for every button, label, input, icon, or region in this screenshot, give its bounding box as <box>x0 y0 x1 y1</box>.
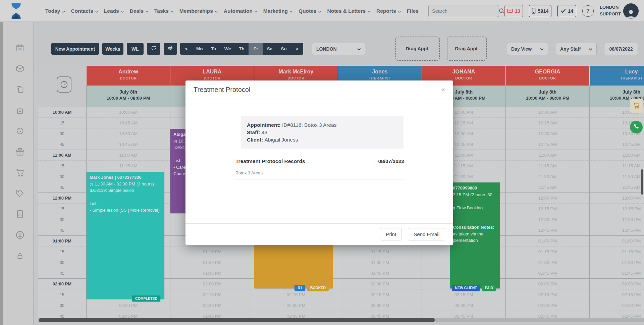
time-slot-cell[interactable]: 11:00 AM <box>505 150 589 160</box>
time-slot-cell[interactable]: 02:45 PM <box>254 311 338 318</box>
vertical-scrollbar-thumb[interactable] <box>641 169 643 195</box>
send-email-button[interactable]: Send Email <box>408 228 445 240</box>
time-slot-cell[interactable]: 11:15 AM <box>589 160 644 171</box>
time-slot-cell[interactable]: 12:45 PM <box>589 225 644 235</box>
day-tab-mo[interactable]: Mo <box>193 43 207 55</box>
time-slot-cell[interactable]: 02:15 PM <box>589 289 644 300</box>
package-icon[interactable] <box>14 63 25 74</box>
time-slot-cell[interactable]: 02:00 PM <box>589 278 644 289</box>
time-slot-cell[interactable]: 02:15 PM <box>170 289 254 300</box>
time-slot-cell[interactable]: 01:15 PM <box>589 246 644 257</box>
bag-download-icon[interactable] <box>14 104 25 116</box>
calendar-icon[interactable]: 12 <box>14 42 25 53</box>
date-picker[interactable]: 08/07/2022 <box>604 43 638 55</box>
time-slot-cell[interactable]: 02:15 PM <box>338 289 422 300</box>
weeks-button[interactable]: Weeks <box>102 43 123 55</box>
new-appointment-button[interactable]: New Appointment <box>51 43 99 55</box>
location-select[interactable]: LONDON <box>312 43 365 55</box>
day-tab-next[interactable]: > <box>291 43 303 55</box>
time-slot-cell[interactable]: 01:30 PM <box>589 257 644 268</box>
time-slot-cell[interactable]: 01:15 PM <box>170 246 254 257</box>
cart-fab[interactable] <box>630 99 643 113</box>
time-slot-cell[interactable]: 11:00 AM <box>589 150 644 160</box>
time-slot-cell[interactable]: 02:30 PM <box>422 300 505 311</box>
appointment-green[interactable]: 07789998892:15 PM (2 hours 30 g Flow Boo… <box>450 182 500 288</box>
staff-filter-select[interactable]: Any Staff <box>556 43 597 55</box>
nav-item-today[interactable]: Today <box>45 8 65 14</box>
user-avatar-icon[interactable] <box>623 3 639 19</box>
history-icon[interactable] <box>14 125 25 137</box>
time-slot-cell[interactable]: 12:00 PM <box>589 193 644 203</box>
user-circle-icon[interactable] <box>14 229 25 240</box>
nav-item-deals[interactable]: Deals <box>130 8 149 14</box>
tasks-badge[interactable]: 14 <box>557 5 576 17</box>
time-slot-cell[interactable]: 11:30 AM <box>505 171 589 182</box>
time-slot-cell[interactable]: 02:45 PM <box>338 311 422 318</box>
horizontal-scrollbar[interactable] <box>38 318 644 322</box>
nav-item-memberships[interactable]: Memberships <box>179 8 218 14</box>
staff-header-lucy[interactable]: LucyTHERAPIST <box>589 66 644 86</box>
copy-icon[interactable] <box>14 84 25 95</box>
time-slot-cell[interactable]: 01:15 PM <box>338 246 422 257</box>
time-slot-cell[interactable]: 01:45 PM <box>589 268 644 278</box>
drag-appointment-slot-2[interactable]: Drag Appt. <box>447 37 487 61</box>
time-slot-cell[interactable]: 02:45 PM <box>422 311 505 318</box>
time-slot-cell[interactable]: 02:45 PM <box>170 311 254 318</box>
day-tab-th[interactable]: Th <box>235 43 249 55</box>
hourglass-logo-icon[interactable] <box>9 3 23 19</box>
nav-item-marketing[interactable]: Marketing <box>263 8 293 14</box>
day-tab-we[interactable]: We <box>221 43 235 55</box>
time-slot-cell[interactable]: 01:30 PM <box>505 257 589 268</box>
time-slot-cell[interactable]: 12:15 PM <box>505 203 589 214</box>
tag-icon[interactable] <box>14 187 25 199</box>
time-slot-cell[interactable]: 02:15 PM <box>505 289 589 300</box>
cart-icon[interactable] <box>14 167 25 178</box>
time-slot-cell[interactable]: 10:15 AM <box>505 117 589 128</box>
print-button[interactable] <box>164 43 177 55</box>
staff-header-georgia[interactable]: GEORGIADOCTOR <box>505 66 589 86</box>
sms-badge[interactable]: 5914 <box>529 5 551 17</box>
time-slot-cell[interactable]: 12:15 PM <box>589 203 644 214</box>
time-slot-cell[interactable]: 10:00 AM <box>505 107 589 117</box>
time-slot-cell[interactable]: 02:00 PM <box>505 278 589 289</box>
nav-item-notes-letters[interactable]: Notes & Letters <box>327 8 371 14</box>
print-record-button[interactable]: Print <box>380 228 402 240</box>
lock-icon[interactable] <box>14 250 25 261</box>
time-slot-cell[interactable]: 12:00 PM <box>505 193 589 203</box>
time-slot-cell[interactable]: 10:15 AM <box>86 117 170 128</box>
nav-item-contacts[interactable]: Contacts <box>71 8 98 14</box>
day-tab-prev[interactable]: < <box>180 43 193 55</box>
nav-item-files[interactable]: Files <box>407 8 419 14</box>
time-slot-cell[interactable]: 01:00 PM <box>505 235 589 246</box>
horizontal-scrollbar-thumb[interactable] <box>39 318 435 322</box>
gift-icon[interactable] <box>14 146 25 157</box>
staff-header-andrew[interactable]: AndrewDOCTOR <box>86 66 170 86</box>
time-slot-cell[interactable]: 01:00 PM <box>589 235 644 246</box>
time-slot-cell[interactable]: 01:15 PM <box>505 246 589 257</box>
day-tab-tu[interactable]: Tu <box>207 43 221 55</box>
search-icon[interactable] <box>498 5 505 17</box>
time-slot-cell[interactable]: 01:45 PM <box>505 268 589 278</box>
time-slot-cell[interactable]: 12:30 PM <box>589 214 644 225</box>
time-slot-cell[interactable]: 02:45 PM <box>505 311 589 318</box>
time-slot-cell[interactable]: 01:30 PM <box>338 257 422 268</box>
time-slot-cell[interactable]: 02:45 PM <box>589 311 644 318</box>
time-slot-cell[interactable]: 02:00 PM <box>170 278 254 289</box>
time-slot-cell[interactable]: 02:45 PM <box>86 311 170 318</box>
time-slot-cell[interactable]: 12:45 PM <box>505 225 589 235</box>
nav-item-automation[interactable]: Automation <box>224 8 258 14</box>
time-slot-cell[interactable]: 02:30 PM <box>254 300 338 311</box>
day-tab-fr[interactable]: Fr <box>249 43 263 55</box>
nav-item-tasks[interactable]: Tasks <box>154 8 174 14</box>
time-slot-cell[interactable]: 10:45 AM <box>86 139 170 150</box>
time-slot-cell[interactable]: 11:15 AM <box>86 160 170 171</box>
nav-item-leads[interactable]: Leads <box>104 8 124 14</box>
time-slot-cell[interactable]: 02:30 PM <box>338 300 422 311</box>
time-slot-cell[interactable]: 10:30 AM <box>505 128 589 139</box>
time-slot-cell[interactable]: 11:30 AM <box>589 171 644 182</box>
time-slot-cell[interactable]: 11:45 AM <box>589 182 644 193</box>
time-slot-cell[interactable]: 11:45 AM <box>505 182 589 193</box>
working-hours-clock-icon[interactable] <box>57 76 71 93</box>
time-slot-cell[interactable]: 01:45 PM <box>170 268 254 278</box>
time-slot-cell[interactable]: 10:45 AM <box>505 139 589 150</box>
